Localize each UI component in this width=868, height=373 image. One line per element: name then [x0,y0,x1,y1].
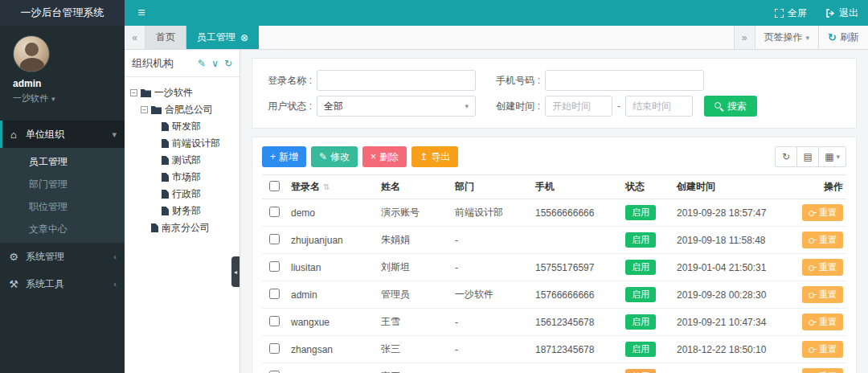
avatar[interactable] [13,35,50,72]
refresh-icon: ↻ [828,31,837,43]
status-badge: 启用 [625,314,656,330]
sidebar-toggle-button[interactable]: ≡ [125,0,158,26]
cell-login: zhujuanjuan [286,227,376,254]
chevron-left-icon: ‹ [113,252,117,261]
tree-node[interactable]: 前端设计部 [128,135,236,152]
employee-table-card: + 新增 ✎ 修改 × 删除 ↥ 导出 [252,137,857,373]
status-select[interactable]: 全部 ▾ [317,96,476,117]
cell-login: demo [286,199,376,227]
tree-node-label: 合肥总公司 [165,103,213,117]
tree-node[interactable]: 行政部 [128,186,236,203]
fullscreen-button[interactable]: 全屏 [765,0,817,26]
table-header-row: 登录名⇅ 姓名 部门 手机 状态 创建时间 操作 [262,175,846,199]
tree-expander-icon[interactable]: − [130,89,137,96]
tab-operations-dropdown[interactable]: 页签操作 ▾ [755,26,819,49]
chevron-down-icon: ▾ [806,34,810,42]
cell-action: 重置 [792,227,846,254]
sidebar-item-org[interactable]: ⌂ 单位组织 ▾ [0,121,125,148]
row-checkbox[interactable] [269,371,280,373]
edit-button[interactable]: ✎ 修改 [311,146,358,167]
edit-label: 修改 [330,150,350,164]
tree-node[interactable]: 研发部 [128,118,236,135]
sidebar-item-employee-mgmt[interactable]: 员工管理 [0,150,125,173]
toggle-view-button[interactable]: ▤ [796,146,819,167]
start-time-input[interactable] [545,96,612,117]
select-all-checkbox[interactable] [269,181,280,191]
search-form: 登录名称 : 手机号码 : 用户状态 : 全部 ▾ 创建时间 : - [252,58,857,129]
tabs-scroll-left-button[interactable]: « [125,26,145,49]
key-icon [809,211,817,215]
reset-password-button[interactable]: 重置 [802,204,843,221]
sort-icon[interactable]: ⇅ [323,182,330,191]
row-checkbox[interactable] [269,343,280,354]
sidebar-item-position-mgmt[interactable]: 职位管理 [0,195,125,218]
refresh-table-button[interactable]: ↻ [775,146,797,167]
panel-collapse-handle[interactable]: ◂ [231,256,240,287]
tree-node[interactable]: 测试部 [128,152,236,169]
row-checkbox[interactable] [269,207,280,217]
search-button[interactable]: 搜索 [704,96,757,117]
table-row: liusitan刘斯坦-15755176597启用2019-01-04 21:5… [262,254,846,281]
tree-expander-icon[interactable]: − [141,106,148,113]
sidebar-item-article-center[interactable]: 文章中心 [0,218,125,240]
cell-created: 2019-09-28 18:57:47 [672,199,792,227]
reset-password-button[interactable]: 重置 [802,341,843,358]
edit-icon[interactable]: ✎ [198,58,206,69]
tree-node[interactable]: −合肥总公司 [128,101,236,118]
cell-name: 王雪 [376,309,450,336]
refresh-icon[interactable]: ↻ [224,58,232,69]
logout-button[interactable]: 退出 [817,0,868,26]
row-checkbox[interactable] [269,234,280,244]
reset-password-button[interactable]: 重置 [802,314,843,330]
reset-password-button[interactable]: 重置 [802,232,843,248]
tree-node[interactable]: 财务部 [128,203,236,219]
delete-button[interactable]: × 删除 [362,146,407,167]
tree-node[interactable]: 南京分公司 [128,219,236,236]
cell-action: 重置 [792,309,846,336]
company-dropdown[interactable]: 一沙软件 ▾ [13,92,125,105]
phone-input[interactable] [545,70,704,91]
sidebar-item-system-mgmt[interactable]: ⚙ 系统管理 ‹ [0,243,125,270]
cell-dept: - [450,227,530,254]
hamburger-icon: ≡ [137,6,145,20]
tab-home[interactable]: 首页 [145,26,186,49]
cell-name: 李四 [376,363,450,373]
cell-name: 演示账号 [376,199,450,227]
file-icon [162,122,169,131]
reset-password-button[interactable]: 重置 [802,259,843,276]
columns-dropdown-button[interactable]: ▦▾ [818,146,846,167]
cell-status: 启用 [620,254,672,281]
refresh-page-button[interactable]: ↻ 刷新 [818,26,868,49]
tabs-scroll-right-button[interactable]: » [734,26,755,49]
export-button[interactable]: ↥ 导出 [411,146,458,167]
table-toolbar: + 新增 ✎ 修改 × 删除 ↥ 导出 [262,146,846,167]
sidebar-item-system-tools[interactable]: ⚒ 系统工具 ‹ [0,270,125,297]
end-time-input[interactable] [625,96,693,117]
close-icon[interactable]: ⊗ [240,32,248,43]
reset-password-button[interactable]: 重置 [802,286,843,303]
row-checkbox[interactable] [269,289,280,299]
folder-icon [141,88,151,97]
delete-label: 删除 [379,150,399,164]
row-checkbox[interactable] [269,261,280,272]
tab-employee-mgmt[interactable]: 员工管理 ⊗ [186,26,259,49]
sidebar-item-dept-mgmt[interactable]: 部门管理 [0,173,125,195]
tree-node-label: 研发部 [172,120,201,133]
status-badge: 启用 [625,260,656,275]
org-submenu: 员工管理 部门管理 职位管理 文章中心 [0,148,125,243]
tree-tools: ✎ ∨ ↻ [198,58,232,69]
reset-password-button[interactable]: 重置 [802,368,843,373]
tree-node[interactable]: −一沙软件 [128,84,236,101]
collapse-icon[interactable]: ∨ [211,58,219,69]
row-checkbox[interactable] [269,316,280,326]
login-name-input[interactable] [317,70,476,91]
cell-dept: - [450,336,530,363]
add-button[interactable]: + 新增 [262,146,306,167]
tree-node[interactable]: 市场部 [128,169,236,186]
app-title: 一沙后台管理系统 [0,0,125,26]
tab-ops-label: 页签操作 [764,31,803,44]
logout-label: 退出 [839,6,858,20]
cell-name: 朱娟娟 [376,227,450,254]
tabbar-spacer [259,26,734,49]
cell-phone: 18712345678 [530,336,620,363]
